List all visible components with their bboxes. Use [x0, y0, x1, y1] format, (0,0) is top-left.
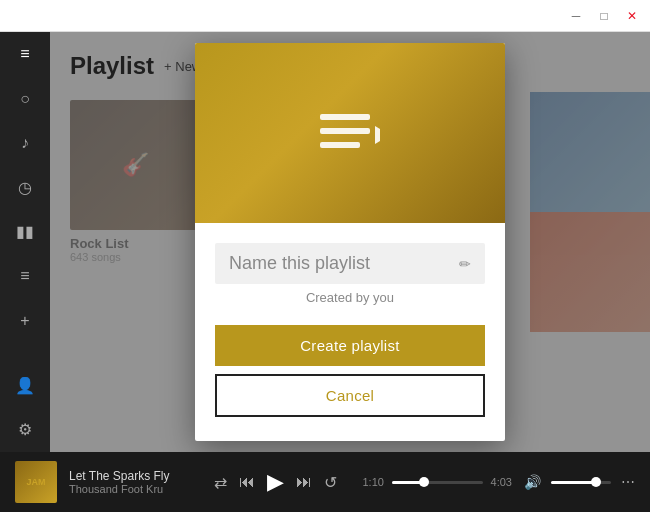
created-by-label: Created by you [215, 290, 485, 305]
create-playlist-button[interactable]: Create playlist [215, 325, 485, 366]
player-info: Let The Sparks Fly Thousand Foot Kru [69, 469, 189, 495]
album-label: JAM [26, 477, 45, 487]
current-time: 1:10 [363, 476, 384, 488]
sidebar-item-settings[interactable]: ⚙ [10, 418, 40, 442]
sidebar: ≡ ○ ♪ ◷ ▮▮ ≡ + 👤 ⚙ [0, 32, 50, 452]
volume-fill [551, 481, 596, 484]
player-right-controls: 🔊 ⋯ [524, 474, 635, 490]
sidebar-item-music[interactable]: ♪ [10, 131, 40, 155]
shuffle-button[interactable]: ⇄ [214, 473, 227, 492]
volume-thumb [591, 477, 601, 487]
playlist-name-row: Name this playlist ✏ [215, 243, 485, 284]
repeat-button[interactable]: ↺ [324, 473, 337, 492]
more-icon[interactable]: ⋯ [621, 474, 635, 490]
progress-bar[interactable] [392, 481, 483, 484]
progress-thumb [419, 477, 429, 487]
content-area: Playlist + New playlist 🎸 Rock List 643 … [50, 32, 650, 452]
cancel-button[interactable]: Cancel [215, 374, 485, 417]
dialog-artwork [195, 43, 505, 223]
sidebar-item-list[interactable]: ≡ [10, 264, 40, 288]
sidebar-item-profile[interactable]: 👤 [10, 373, 40, 397]
edit-icon[interactable]: ✏ [459, 256, 471, 272]
svg-rect-1 [320, 128, 370, 134]
sidebar-item-chart[interactable]: ▮▮ [10, 220, 40, 244]
main-content: ≡ ○ ♪ ◷ ▮▮ ≡ + 👤 ⚙ Playlist + New playli… [0, 32, 650, 452]
track-name: Let The Sparks Fly [69, 469, 189, 483]
playlist-icon [320, 108, 380, 158]
play-button[interactable]: ▶ [267, 469, 284, 495]
player-controls: ⇄ ⏮ ▶ ⏭ ↺ [201, 469, 351, 495]
sidebar-item-add[interactable]: + [10, 309, 40, 333]
sidebar-item-recent[interactable]: ◷ [10, 175, 40, 199]
progress-section: 1:10 4:03 [363, 476, 513, 488]
artist-name: Thousand Foot Kru [69, 483, 189, 495]
app-background: ─ □ ✕ ≡ ○ ♪ ◷ ▮▮ ≡ + 👤 ⚙ Playlist + New … [0, 0, 650, 512]
dialog-body: Name this playlist ✏ Created by you Crea… [195, 223, 505, 441]
volume-icon[interactable]: 🔊 [524, 474, 541, 490]
bottom-player: JAM Let The Sparks Fly Thousand Foot Kru… [0, 452, 650, 512]
prev-button[interactable]: ⏮ [239, 473, 255, 491]
player-album-art: JAM [15, 461, 57, 503]
next-button[interactable]: ⏭ [296, 473, 312, 491]
sidebar-item-search[interactable]: ○ [10, 86, 40, 110]
total-time: 4:03 [491, 476, 512, 488]
sidebar-item-menu[interactable]: ≡ [10, 42, 40, 66]
svg-rect-0 [320, 114, 370, 120]
svg-rect-2 [320, 142, 360, 148]
svg-marker-3 [375, 126, 380, 144]
create-playlist-dialog: Name this playlist ✏ Created by you Crea… [195, 43, 505, 441]
maximize-button[interactable]: □ [594, 6, 614, 26]
minimize-button[interactable]: ─ [566, 6, 586, 26]
volume-bar[interactable] [551, 481, 611, 484]
close-button[interactable]: ✕ [622, 6, 642, 26]
modal-overlay: Name this playlist ✏ Created by you Crea… [50, 32, 650, 452]
playlist-name-input[interactable]: Name this playlist [229, 253, 459, 274]
title-bar: ─ □ ✕ [0, 0, 650, 32]
